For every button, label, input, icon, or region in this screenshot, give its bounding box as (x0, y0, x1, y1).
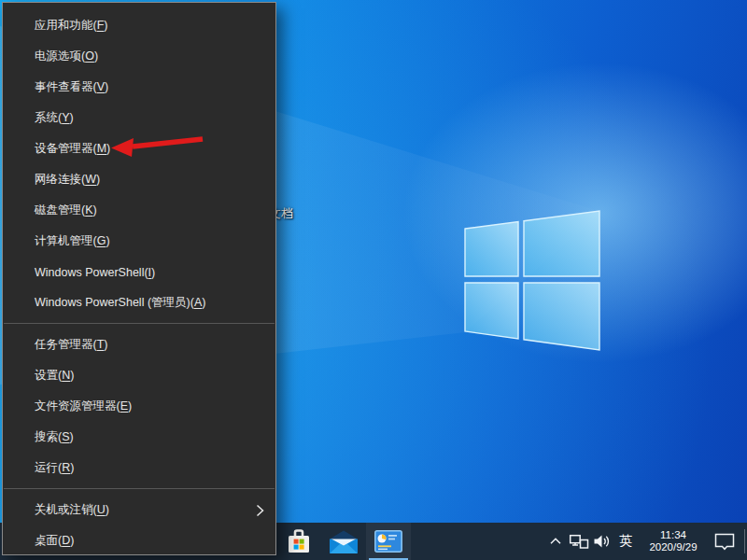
menu-item-label: 电源选项(O) (35, 49, 98, 64)
winx-menu-list: 应用和功能(F)电源选项(O)事件查看器(V)系统(Y)设备管理器(M)网络连接… (3, 10, 275, 556)
taskbar-app-buttons (276, 523, 411, 560)
menu-item-shutdown-or-signout[interactable]: 关机或注销(U) (3, 495, 275, 525)
show-desktop-button[interactable] (744, 529, 745, 553)
menu-item-desktop[interactable]: 桌面(D) (3, 525, 275, 556)
menu-item-label: 事件查看器(V) (35, 79, 108, 95)
action-center-button[interactable] (709, 523, 740, 560)
presentation-app-button[interactable] (366, 523, 411, 560)
menu-item-label: 文件资源管理器(E) (35, 399, 132, 414)
action-center-icon (714, 533, 735, 551)
presentation-app-icon (374, 530, 402, 553)
menu-item-power-options[interactable]: 电源选项(O) (3, 41, 275, 72)
menu-item-label: 计算机管理(G) (35, 233, 110, 249)
menu-item-label: 任务管理器(T) (35, 337, 107, 353)
menu-item-windows-powershell[interactable]: Windows PowerShell(I) (3, 257, 275, 287)
menu-item-label: Windows PowerShell (管理员)(A) (35, 295, 205, 311)
menu-item-label: 应用和功能(F) (35, 18, 107, 34)
menu-item-network-connections[interactable]: 网络连接(W) (3, 164, 275, 195)
system-tray: 英 11:34 2020/9/29 (543, 523, 747, 560)
microsoft-store-button[interactable] (276, 523, 321, 560)
menu-item-search[interactable]: 搜索(S) (3, 422, 275, 453)
mail-icon (329, 529, 359, 554)
menu-item-label: 搜索(S) (35, 429, 74, 445)
hidden-icons-button[interactable] (543, 523, 567, 560)
menu-item-computer-management[interactable]: 计算机管理(G) (3, 226, 275, 257)
winx-menu: 应用和功能(F)电源选项(O)事件查看器(V)系统(Y)设备管理器(M)网络连接… (2, 2, 276, 555)
menu-item-label: 磁盘管理(K) (35, 203, 97, 218)
menu-item-task-manager[interactable]: 任务管理器(T) (3, 329, 275, 360)
chevron-up-icon (550, 538, 561, 545)
menu-item-label: 关机或注销(U) (35, 502, 109, 518)
menu-item-event-viewer[interactable]: 事件查看器(V) (3, 72, 275, 103)
menu-item-device-manager[interactable]: 设备管理器(M) (3, 133, 275, 164)
menu-item-label: 运行(R) (35, 460, 74, 476)
submenu-chevron-icon (256, 503, 264, 518)
menu-item-label: 网络连接(W) (35, 172, 100, 188)
menu-item-label: 设置(N) (35, 368, 74, 384)
menu-item-system[interactable]: 系统(Y) (3, 103, 275, 133)
menu-item-label: 系统(Y) (35, 110, 74, 126)
speaker-icon (593, 534, 612, 549)
menu-item-run[interactable]: 运行(R) (3, 453, 275, 483)
clock-time: 11:34 (660, 529, 686, 542)
network-button[interactable] (567, 523, 590, 560)
menu-separator (4, 323, 275, 324)
volume-button[interactable] (590, 523, 613, 560)
menu-item-label: Windows PowerShell(I) (35, 266, 155, 279)
clock-date: 2020/9/29 (649, 541, 697, 554)
mail-button[interactable] (321, 523, 366, 560)
input-language-indicator[interactable]: 英 (613, 523, 638, 560)
menu-item-apps-and-features[interactable]: 应用和功能(F) (3, 10, 275, 41)
menu-item-label: 设备管理器(M) (35, 141, 110, 157)
menu-item-label: 桌面(D) (35, 533, 74, 549)
network-icon (569, 534, 589, 550)
menu-item-settings[interactable]: 设置(N) (3, 360, 275, 391)
menu-item-windows-powershell-admin[interactable]: Windows PowerShell (管理员)(A) (3, 287, 275, 318)
clock[interactable]: 11:34 2020/9/29 (638, 523, 709, 560)
menu-item-disk-management[interactable]: 磁盘管理(K) (3, 195, 275, 226)
microsoft-store-icon (286, 528, 312, 555)
menu-separator (4, 488, 275, 489)
menu-item-file-explorer[interactable]: 文件资源管理器(E) (3, 391, 275, 422)
